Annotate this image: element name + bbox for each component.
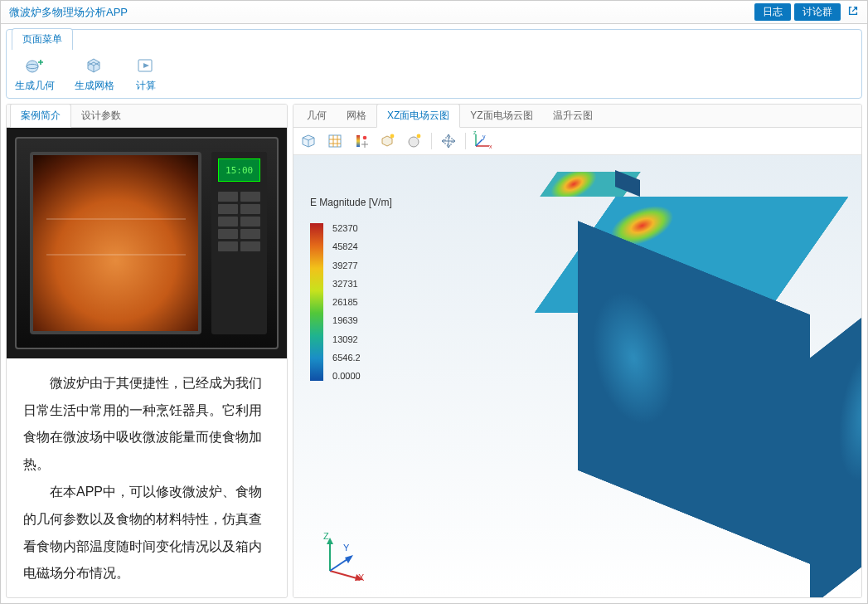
tab-intro[interactable]: 案例简介 xyxy=(10,104,71,128)
compute-button[interactable]: 计算 xyxy=(134,56,158,93)
legend-tick: 39277 xyxy=(332,261,361,270)
header-actions: 日志 讨论群 xyxy=(754,3,862,21)
axis-y-label: Y xyxy=(343,543,349,553)
left-pane: 案例简介 设计参数 15:00 微波炉由于其便捷性，已经成为我们日常生活中常用的… xyxy=(6,104,288,598)
generate-geometry-label: 生成几何 xyxy=(15,79,55,93)
generate-mesh-label: 生成网格 xyxy=(75,79,114,93)
legend-tick: 19639 xyxy=(332,315,361,325)
lighting-box-icon[interactable] xyxy=(378,131,398,151)
svg-point-8 xyxy=(417,134,421,139)
svg-point-5 xyxy=(363,136,367,140)
intro-text: 微波炉由于其便捷性，已经成为我们日常生活中常用的一种烹饪器具。它利用食物在微波场… xyxy=(7,358,287,597)
app-title: 微波炉多物理场分析APP xyxy=(6,5,128,20)
oven-buttons xyxy=(218,192,259,331)
play-icon xyxy=(134,56,158,76)
external-link-icon[interactable] xyxy=(844,3,862,21)
legend-colorbar xyxy=(310,223,323,381)
toolbar-separator xyxy=(431,133,432,149)
legend-tick: 52370 xyxy=(332,223,361,233)
legend-title: E Magnitude [V/m] xyxy=(310,197,392,208)
intro-paragraph-1: 微波炉由于其便捷性，已经成为我们日常生活中常用的一种烹饪器具。它利用食物在微波场… xyxy=(23,370,274,479)
axis-x-label: X xyxy=(358,572,364,582)
svg-point-6 xyxy=(390,134,395,139)
orientation-axes-icon[interactable]: zxy xyxy=(473,131,492,151)
legend-tick: 32731 xyxy=(332,279,361,289)
legend-tick: 0.0000 xyxy=(332,371,361,381)
generate-geometry-button[interactable]: 生成几何 xyxy=(15,56,55,93)
log-button[interactable]: 日志 xyxy=(754,3,791,21)
oven-display: 15:00 xyxy=(218,158,259,182)
svg-text:z: z xyxy=(473,131,477,135)
color-legend: E Magnitude [V/m] 52370 45824 39277 3273… xyxy=(310,197,392,381)
tab-mesh[interactable]: 网格 xyxy=(337,105,376,127)
right-pane: 几何 网格 XZ面电场云图 YZ面电场云图 温升云图 xyxy=(293,104,862,598)
lighting-sphere-icon[interactable] xyxy=(405,131,424,151)
left-tabbar: 案例简介 设计参数 xyxy=(7,105,287,128)
svg-point-7 xyxy=(409,137,419,147)
ribbon-tab-main[interactable]: 页面菜单 xyxy=(12,28,73,50)
svg-rect-3 xyxy=(329,135,341,147)
oven-window xyxy=(30,152,201,334)
toolbar-separator-2 xyxy=(465,133,466,149)
3d-viewport[interactable]: E Magnitude [V/m] 52370 45824 39277 3273… xyxy=(293,155,861,597)
legend-tick: 26185 xyxy=(332,297,361,307)
compute-label: 计算 xyxy=(136,79,156,93)
axis-z-label: Z xyxy=(323,531,329,541)
app-window: 微波炉多物理场分析APP 日志 讨论群 页面菜单 生成几何 生成网格 xyxy=(0,0,868,604)
intro-image: 15:00 xyxy=(7,128,287,358)
grid-icon[interactable] xyxy=(325,131,345,151)
axes-triad: Z Y X xyxy=(318,533,368,582)
tab-xz-field[interactable]: XZ面电场云图 xyxy=(376,104,460,128)
legend-tick: 13092 xyxy=(332,334,361,344)
generate-mesh-button[interactable]: 生成网格 xyxy=(75,56,114,93)
svg-point-0 xyxy=(27,61,38,72)
tab-yz-field[interactable]: YZ面电场云图 xyxy=(460,105,542,127)
ribbon-body: 生成几何 生成网格 计算 xyxy=(7,51,861,98)
cavity-side-face xyxy=(810,267,862,598)
view-toolbar: zxy xyxy=(293,128,861,155)
main-split: 案例简介 设计参数 15:00 微波炉由于其便捷性，已经成为我们日常生活中常用的… xyxy=(6,104,862,598)
right-tabbar: 几何 网格 XZ面电场云图 YZ面电场云图 温升云图 xyxy=(293,105,861,128)
cube-wire-icon xyxy=(83,56,106,76)
svg-marker-18 xyxy=(345,555,353,563)
legend-tick: 45824 xyxy=(332,241,361,251)
oven-panel: 15:00 xyxy=(211,152,266,334)
intro-paragraph-2: 在本APP中，可以修改微波炉、食物的几何参数以及食物的材料特性，仿真查看食物内部… xyxy=(23,479,274,587)
microwave-oven-graphic: 15:00 xyxy=(15,137,279,349)
sphere-plus-icon xyxy=(23,56,46,76)
discuss-button[interactable]: 讨论群 xyxy=(794,3,841,21)
view-cube-icon[interactable] xyxy=(298,131,318,151)
move-icon[interactable] xyxy=(439,131,458,151)
tab-temperature[interactable]: 温升云图 xyxy=(543,105,603,127)
svg-text:x: x xyxy=(489,144,492,149)
svg-text:y: y xyxy=(482,134,486,140)
ribbon: 页面菜单 生成几何 生成网格 计算 xyxy=(6,29,862,99)
svg-rect-4 xyxy=(356,135,360,147)
legend-tick: 6546.2 xyxy=(332,353,361,363)
legend-ticks: 52370 45824 39277 32731 26185 19639 1309… xyxy=(332,223,361,381)
app-header: 微波炉多物理场分析APP 日志 讨论群 xyxy=(1,1,867,24)
svg-line-15 xyxy=(330,571,360,579)
tab-geometry[interactable]: 几何 xyxy=(297,105,337,127)
legend-config-icon[interactable] xyxy=(352,131,371,151)
tab-params[interactable]: 设计参数 xyxy=(71,105,131,127)
